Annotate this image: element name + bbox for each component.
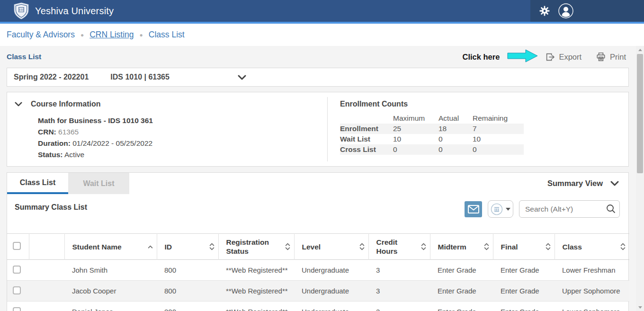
duration-value: 01/24/2022 - 05/25/2022	[72, 139, 152, 147]
chevron-down-icon	[610, 181, 619, 186]
print-icon	[596, 52, 606, 62]
enroll-col-actual: Actual	[438, 113, 473, 124]
enrollment-counts-heading: Enrollment Counts	[340, 100, 628, 108]
envelope-icon	[468, 205, 479, 213]
course-information-card: Course Information Math for Business - I…	[7, 92, 629, 167]
brand-name: Yeshiva University	[35, 6, 114, 17]
cell-midterm: Enter Grade	[430, 281, 493, 302]
cell-student-name: Daniel Jones	[64, 302, 157, 311]
cell-level: Undergraduate	[294, 281, 368, 302]
tab-wait-list[interactable]: Wait List	[68, 173, 129, 194]
sort-both-icon[interactable]	[545, 242, 552, 251]
export-label: Export	[559, 53, 581, 62]
annotation-arrow-icon	[507, 49, 538, 64]
sort-both-icon[interactable]	[284, 242, 291, 251]
col-credit-hours: Credit Hours	[376, 238, 420, 256]
crn-line: CRN: 61365	[38, 126, 327, 138]
tabs-row: Class List Wait List Summary View	[7, 173, 628, 194]
table-row: John Smith 800 **Web Registered** Underg…	[7, 260, 629, 281]
cell-midterm: Enter Grade	[430, 260, 493, 281]
print-label: Print	[610, 53, 626, 62]
vertical-scrollbar[interactable]	[636, 46, 644, 311]
export-icon	[545, 52, 555, 62]
col-final: Final	[501, 242, 518, 251]
tab-class-list[interactable]: Class List	[7, 173, 68, 194]
course-information-heading: Course Information	[31, 100, 101, 108]
page-toolbar: Class List Click here Export	[0, 46, 644, 68]
crosslist-row: Cross List 0 0 0	[340, 144, 524, 155]
university-shield-logo	[13, 2, 29, 19]
col-id: ID	[165, 242, 172, 251]
cell-midterm: Enter Grade	[430, 302, 493, 311]
select-all-checkbox[interactable]	[13, 242, 21, 250]
cell-final: Enter Grade	[493, 260, 555, 281]
cell-id: 800	[157, 281, 218, 302]
cell-registration-status: **Web Registered**	[218, 260, 294, 281]
col-midterm: Midterm	[438, 242, 466, 251]
breadcrumb-crn-listing[interactable]: CRN Listing	[89, 30, 134, 40]
crn-value: 61365	[58, 128, 79, 136]
cell-student-name: Jacob Cooper	[64, 281, 157, 302]
status-value: Active	[64, 151, 84, 159]
summary-class-list-heading: Summary Class List	[15, 203, 87, 212]
summary-view-dropdown[interactable]: Summary View	[547, 173, 628, 194]
subtitle-row: Summary Class List	[7, 194, 628, 223]
breadcrumb-class-list[interactable]: Class List	[149, 30, 185, 40]
breadcrumb-faculty-advisors[interactable]: Faculty & Advisors	[7, 30, 75, 40]
click-here-annotation: Click here	[463, 53, 500, 62]
cell-level: Undergraduate	[294, 260, 368, 281]
cell-class: Lower Sophomore	[555, 302, 629, 311]
chevron-down-icon	[506, 208, 510, 211]
collapse-chevron-icon[interactable]	[15, 102, 22, 107]
cell-class: Upper Sophomore	[555, 281, 629, 302]
waitlist-row: Wait List 10 0 10	[340, 134, 524, 144]
cell-registration-status: **Web Registered**	[218, 281, 294, 302]
chevron-down-icon[interactable]	[238, 75, 246, 80]
cell-id: 800	[157, 260, 218, 281]
row-checkbox[interactable]	[13, 286, 21, 294]
scrollbar-thumb[interactable]	[637, 54, 643, 173]
course-crn-label: IDS 1010 | 61365	[110, 73, 170, 81]
cell-credit-hours: 3	[368, 260, 430, 281]
empty-header-cell	[29, 234, 64, 260]
cell-registration-status: **Web Registered**	[218, 302, 294, 311]
gear-icon[interactable]	[539, 5, 550, 17]
print-button[interactable]: Print	[596, 52, 626, 62]
scrollbar-up-arrow[interactable]	[636, 46, 644, 53]
search-icon[interactable]	[606, 204, 616, 215]
scrollbar-down-arrow[interactable]	[636, 303, 644, 311]
enrollment-counts-table: Maximum Actual Remaining Enrollment 25 1…	[340, 113, 524, 155]
cell-credit-hours: 3	[368, 302, 430, 311]
col-student-name: Student Name	[72, 242, 122, 251]
cell-level: Undergraduate	[294, 302, 368, 311]
col-class: Class	[563, 242, 582, 251]
term-label: Spring 2022 - 202201	[14, 73, 89, 81]
row-checkbox[interactable]	[13, 307, 21, 311]
sort-both-icon[interactable]	[619, 242, 626, 251]
class-list-panel: Class List Wait List Summary View Summar…	[7, 172, 629, 311]
top-navbar: Yeshiva University	[0, 0, 644, 22]
search-input[interactable]	[519, 200, 620, 218]
breadcrumb-separator: ●	[140, 32, 143, 38]
class-list-table: Student Name ID	[7, 233, 629, 311]
sort-both-icon[interactable]	[483, 242, 490, 251]
export-button[interactable]: Export	[545, 52, 581, 62]
user-icon[interactable]	[558, 3, 574, 19]
row-checkbox[interactable]	[13, 266, 21, 274]
filter-columns-button[interactable]	[488, 200, 513, 218]
sort-both-icon[interactable]	[358, 242, 366, 251]
email-button[interactable]	[465, 201, 482, 217]
col-level: Level	[302, 242, 321, 251]
duration-line: Duration: 01/24/2022 - 05/25/2022	[38, 138, 327, 149]
table-row: Daniel Jones 800 **Web Registered** Unde…	[7, 302, 629, 311]
breadcrumb: Faculty & Advisors ● CRN Listing ● Class…	[0, 24, 644, 46]
table-row: Jacob Cooper 800 **Web Registered** Unde…	[7, 281, 629, 302]
enroll-col-maximum: Maximum	[393, 113, 438, 124]
cell-class: Lower Freshman	[555, 260, 629, 281]
term-course-selector[interactable]: Spring 2022 - 202201 IDS 1010 | 61365	[7, 68, 629, 87]
sort-asc-icon[interactable]	[147, 244, 154, 249]
sort-both-icon[interactable]	[208, 242, 215, 251]
cell-id: 800	[157, 302, 218, 311]
course-title: Math for Business - IDS 1010 361	[38, 115, 327, 126]
sort-both-icon[interactable]	[420, 242, 427, 251]
